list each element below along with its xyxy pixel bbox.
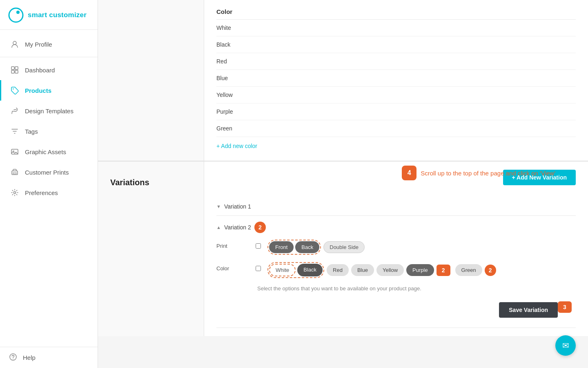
sidebar-help[interactable]: Help xyxy=(0,347,98,368)
tag-white[interactable]: White xyxy=(269,264,296,276)
svg-point-1 xyxy=(16,11,20,14)
tag-black[interactable]: Black xyxy=(297,264,323,276)
list-item: White xyxy=(216,20,576,36)
variation-2-label: Variation 2 xyxy=(224,224,251,231)
svg-rect-3 xyxy=(11,67,14,70)
color-content: Color White Black Red Blue Yellow Purple… xyxy=(204,0,588,161)
color-spacer xyxy=(98,0,204,161)
variation-1-header: ▼ Variation 1 xyxy=(216,203,576,210)
list-item: Black xyxy=(216,36,576,53)
callout-text: Scroll up to the top of the page and cli… xyxy=(421,170,555,177)
list-item: Blue xyxy=(216,70,576,87)
svg-rect-11 xyxy=(13,173,16,174)
sidebar-label-preferences: Preferences xyxy=(25,189,58,196)
image-icon xyxy=(10,147,19,156)
tag-red[interactable]: Red xyxy=(327,264,349,276)
tag-double-side[interactable]: Double Side xyxy=(323,241,365,253)
list-item: Green xyxy=(216,120,576,137)
prints-icon xyxy=(10,168,19,177)
tag-front[interactable]: Front xyxy=(269,241,294,253)
add-color-link[interactable]: + Add new color xyxy=(216,137,257,151)
variations-content-col: + Add New Variation ▼ Variation 1 ▲ Vari… xyxy=(204,162,588,336)
tag-purple[interactable]: Purple xyxy=(406,264,434,276)
svg-point-2 xyxy=(13,41,16,45)
color-field-label: Color xyxy=(216,262,249,272)
tag-icon xyxy=(10,86,19,95)
sidebar-label-customer-prints: Customer Prints xyxy=(25,169,69,176)
variation-2-expanded: Print Front Back Double Side xyxy=(216,233,576,322)
step-badge-2-color: 2 xyxy=(437,265,450,276)
gear-icon xyxy=(10,188,19,197)
svg-rect-5 xyxy=(11,70,14,73)
help-label: Help xyxy=(23,354,36,361)
logo: smart customizer xyxy=(0,0,98,30)
sidebar-label-dashboard: Dashboard xyxy=(25,67,55,74)
sidebar-item-my-profile[interactable]: My Profile xyxy=(0,34,98,54)
svg-point-7 xyxy=(13,88,13,89)
person-icon xyxy=(10,40,19,49)
callout-badge: 4 xyxy=(402,166,416,180)
help-icon xyxy=(9,353,17,362)
sidebar-item-preferences[interactable]: Preferences xyxy=(0,182,98,203)
variations-title: Variations xyxy=(110,178,192,187)
save-variation-button[interactable]: Save Variation xyxy=(499,302,558,318)
sidebar-label-design-templates: Design Templates xyxy=(25,108,74,114)
svg-point-0 xyxy=(9,8,23,22)
print-tags-container: Front Back Double Side xyxy=(267,240,365,255)
chevron-down-icon: ▼ xyxy=(216,204,221,209)
color-section: Color White Black Red Blue Yellow Purple… xyxy=(98,0,588,161)
variation-2-row: ▲ Variation 2 2 Print Front xyxy=(216,216,576,328)
tag-green[interactable]: Green xyxy=(455,264,482,276)
svg-point-14 xyxy=(13,359,13,359)
sidebar: smart customizer My Profile Dashboard Pr… xyxy=(0,0,98,368)
variation-1-row[interactable]: ▼ Variation 1 xyxy=(216,197,576,216)
tag-yellow[interactable]: Yellow xyxy=(376,264,404,276)
sidebar-item-dashboard[interactable]: Dashboard xyxy=(0,60,98,80)
help-text: Select the options that you want to be a… xyxy=(216,285,576,292)
variation-2-header[interactable]: ▲ Variation 2 2 xyxy=(216,222,576,233)
list-item: Yellow xyxy=(216,87,576,103)
sidebar-item-tags[interactable]: Tags xyxy=(0,121,98,141)
nav-divider xyxy=(0,57,98,57)
variations-outer: Variations + Add New Variation ▼ Variati… xyxy=(98,162,588,336)
svg-rect-4 xyxy=(15,67,18,70)
filter-icon xyxy=(10,127,19,136)
tag-blue[interactable]: Blue xyxy=(351,264,374,276)
sidebar-label-graphic-assets: Graphic Assets xyxy=(25,148,66,155)
sidebar-label-my-profile: My Profile xyxy=(25,41,52,48)
color-tags-container: White Black Red Blue Yellow Purple 2 Gre… xyxy=(267,262,496,278)
list-item: Purple xyxy=(216,103,576,120)
sidebar-item-products[interactable]: Products xyxy=(0,80,98,101)
logo-icon xyxy=(8,7,24,23)
print-label: Print xyxy=(216,240,249,249)
wrench-icon xyxy=(10,106,19,115)
sidebar-label-tags: Tags xyxy=(25,128,38,135)
svg-rect-6 xyxy=(15,70,18,73)
save-variation-wrapper: 3 Save Variation xyxy=(216,298,576,318)
main-content: Color White Black Red Blue Yellow Purple… xyxy=(98,0,588,368)
color-header: Color xyxy=(216,0,576,20)
logo-text: smart customizer xyxy=(28,11,87,19)
sidebar-item-customer-prints[interactable]: Customer Prints xyxy=(0,162,98,182)
step-badge-2-green: 2 xyxy=(485,265,496,276)
variations-section: 4 Scroll up to the top of the page and c… xyxy=(98,162,588,336)
color-group-bordered: White Black xyxy=(267,262,324,278)
step-badge-2-variation: 2 xyxy=(254,222,266,233)
variations-label-col: Variations xyxy=(98,162,204,336)
chat-button[interactable]: ✉ xyxy=(555,335,576,356)
color-list: White Black Red Blue Yellow Purple Green xyxy=(216,20,576,137)
sidebar-item-design-templates[interactable]: Design Templates xyxy=(0,101,98,121)
chat-icon: ✉ xyxy=(562,341,569,350)
print-group-bordered: Front Back xyxy=(267,240,321,255)
color-field-row: Color White Black Red Blue Yellow Pu xyxy=(216,262,576,278)
sidebar-item-graphic-assets[interactable]: Graphic Assets xyxy=(0,141,98,162)
step-badge-3: 3 xyxy=(558,301,572,313)
print-checkbox[interactable] xyxy=(256,243,261,249)
tag-back[interactable]: Back xyxy=(295,241,319,253)
color-checkbox[interactable] xyxy=(256,266,261,271)
variation-1-label: Variation 1 xyxy=(224,203,251,210)
print-field-row: Print Front Back Double Side xyxy=(216,240,576,255)
callout-container: 4 Scroll up to the top of the page and c… xyxy=(402,166,555,180)
list-item: Red xyxy=(216,53,576,70)
grid-icon xyxy=(10,65,19,74)
